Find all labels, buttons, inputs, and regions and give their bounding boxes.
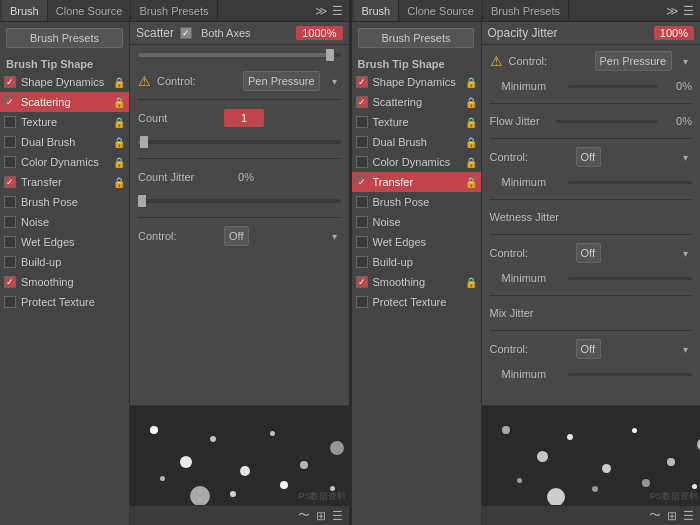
opacity-control-dropdown[interactable]: Pen Pressure bbox=[595, 51, 672, 71]
list-item-smoothing-left[interactable]: ✓ Smoothing bbox=[0, 272, 129, 292]
checkbox-wet-edges-left[interactable] bbox=[4, 236, 16, 248]
brush-stroke-icon-right[interactable]: 〜 bbox=[649, 507, 661, 524]
preview-dot bbox=[180, 456, 192, 468]
control-dropdown-left[interactable]: Pen Pressure bbox=[243, 71, 320, 91]
flow-jitter-label: Flow Jitter bbox=[490, 115, 550, 127]
checkbox-texture-left[interactable] bbox=[4, 116, 16, 128]
grid-icon-right[interactable]: ⊞ bbox=[667, 509, 677, 523]
list-item-scattering-right[interactable]: ✓ Scattering 🔒 bbox=[352, 92, 481, 112]
list-item-brush-pose-right[interactable]: Brush Pose bbox=[352, 192, 481, 212]
checkbox-color-dynamics-left[interactable] bbox=[4, 156, 16, 168]
checkbox-protect-texture-left[interactable] bbox=[4, 296, 16, 308]
checkbox-brush-pose-left[interactable] bbox=[4, 196, 16, 208]
checkbox-dual-brush-right[interactable] bbox=[356, 136, 368, 148]
checkbox-buildup-left[interactable] bbox=[4, 256, 16, 268]
tab-clone-source-left[interactable]: Clone Source bbox=[48, 0, 132, 21]
preview-dot bbox=[280, 481, 288, 489]
tab-brush-left[interactable]: Brush bbox=[2, 0, 48, 21]
checkbox-scattering-left[interactable]: ✓ bbox=[4, 96, 16, 108]
list-item-protect-texture-left[interactable]: Protect Texture bbox=[0, 292, 129, 312]
wetness-control-dropdown[interactable]: Off bbox=[576, 243, 601, 263]
scatter-slider[interactable] bbox=[138, 53, 341, 57]
minimum-slider-3[interactable] bbox=[568, 277, 693, 280]
checkbox-scattering-right[interactable]: ✓ bbox=[356, 96, 368, 108]
count-jitter-value: 0% bbox=[224, 171, 254, 183]
list-item-shape-dynamics-right[interactable]: ✓ Shape Dynamics 🔒 bbox=[352, 72, 481, 92]
both-axes-label: Both Axes bbox=[201, 27, 251, 39]
checkbox-shape-dynamics-left[interactable]: ✓ bbox=[4, 76, 16, 88]
list-item-brush-pose-left[interactable]: Brush Pose bbox=[0, 192, 129, 212]
checkbox-buildup-right[interactable] bbox=[356, 256, 368, 268]
list-item-wet-edges-left[interactable]: Wet Edges bbox=[0, 232, 129, 252]
list-item-smoothing-right[interactable]: ✓ Smoothing 🔒 bbox=[352, 272, 481, 292]
checkbox-texture-right[interactable] bbox=[356, 116, 368, 128]
panel-menu-icon-left[interactable]: ≫ bbox=[315, 4, 328, 18]
minimum-slider-2[interactable] bbox=[568, 181, 693, 184]
count-slider[interactable] bbox=[138, 140, 341, 144]
list-item-wet-edges-right[interactable]: Wet Edges bbox=[352, 232, 481, 252]
left-tab-bar: Brush Clone Source Brush Presets ≫ ☰ bbox=[0, 0, 349, 22]
panel-close-icon-right[interactable]: ☰ bbox=[683, 4, 694, 18]
checkbox-transfer-left[interactable]: ✓ bbox=[4, 176, 16, 188]
preview-dot bbox=[537, 451, 548, 462]
both-axes-checkbox[interactable]: ✓ bbox=[180, 27, 192, 39]
checkbox-dual-brush-left[interactable] bbox=[4, 136, 16, 148]
menu-icon[interactable]: ☰ bbox=[332, 509, 343, 523]
panel-menu-icon-right[interactable]: ≫ bbox=[666, 4, 679, 18]
panel-close-icon-left[interactable]: ☰ bbox=[332, 4, 343, 18]
minimum-slider-1[interactable] bbox=[568, 85, 659, 88]
count-slider-thumb[interactable] bbox=[140, 136, 148, 148]
control-label-left: Control: bbox=[157, 75, 237, 87]
list-item-buildup-left[interactable]: Build-up bbox=[0, 252, 129, 272]
list-item-dual-brush-right[interactable]: Dual Brush 🔒 bbox=[352, 132, 481, 152]
list-item-color-dynamics-right[interactable]: Color Dynamics 🔒 bbox=[352, 152, 481, 172]
brush-presets-button-left[interactable]: Brush Presets bbox=[6, 28, 122, 48]
flow-jitter-slider[interactable] bbox=[556, 120, 659, 123]
checkbox-transfer-right[interactable]: ✓ bbox=[356, 176, 368, 188]
control2-dropdown[interactable]: Off bbox=[224, 226, 249, 246]
checkbox-wet-edges-right[interactable] bbox=[356, 236, 368, 248]
list-item-texture-left[interactable]: Texture 🔒 bbox=[0, 112, 129, 132]
list-item-scattering-left[interactable]: ✓ Scattering 🔒 bbox=[0, 92, 129, 112]
grid-icon[interactable]: ⊞ bbox=[316, 509, 326, 523]
count-input[interactable] bbox=[224, 109, 264, 127]
checkbox-smoothing-right[interactable]: ✓ bbox=[356, 276, 368, 288]
opacity-jitter-value-badge: 100% bbox=[654, 26, 694, 40]
count-jitter-slider[interactable] bbox=[138, 199, 341, 203]
minimum-slider-4[interactable] bbox=[568, 373, 693, 376]
list-item-shape-dynamics-left[interactable]: ✓ Shape Dynamics 🔒 bbox=[0, 72, 129, 92]
checkbox-brush-pose-right[interactable] bbox=[356, 196, 368, 208]
checkbox-color-dynamics-right[interactable] bbox=[356, 156, 368, 168]
scatter-content: Scatter ✓ Both Axes 1000% bbox=[130, 22, 349, 525]
list-item-buildup-right[interactable]: Build-up bbox=[352, 252, 481, 272]
tab-brush-presets-left[interactable]: Brush Presets bbox=[131, 0, 217, 21]
list-item-color-dynamics-left[interactable]: Color Dynamics 🔒 bbox=[0, 152, 129, 172]
list-item-noise-left[interactable]: Noise bbox=[0, 212, 129, 232]
checkbox-shape-dynamics-right[interactable]: ✓ bbox=[356, 76, 368, 88]
tab-brush-right[interactable]: Brush bbox=[354, 0, 400, 21]
list-item-transfer-right[interactable]: ✓ Transfer 🔒 bbox=[352, 172, 481, 192]
brush-presets-button-right[interactable]: Brush Presets bbox=[358, 28, 474, 48]
checkbox-noise-right[interactable] bbox=[356, 216, 368, 228]
checkbox-noise-left[interactable] bbox=[4, 216, 16, 228]
tab-brush-presets-right[interactable]: Brush Presets bbox=[483, 0, 569, 21]
preview-dot bbox=[240, 466, 250, 476]
list-item-noise-right[interactable]: Noise bbox=[352, 212, 481, 232]
brush-stroke-icon[interactable]: 〜 bbox=[298, 507, 310, 524]
checkbox-smoothing-left[interactable]: ✓ bbox=[4, 276, 16, 288]
list-item-texture-right[interactable]: Texture 🔒 bbox=[352, 112, 481, 132]
control2-label: Control: bbox=[138, 230, 218, 242]
brush-preview-right: PS数据资料 bbox=[482, 405, 701, 505]
brush-tip-shape-title-left: Brush Tip Shape bbox=[0, 54, 129, 72]
list-item-dual-brush-left[interactable]: Dual Brush 🔒 bbox=[0, 132, 129, 152]
flow-control-row: Control: Off bbox=[490, 147, 693, 167]
mix-control-dropdown[interactable]: Off bbox=[576, 339, 601, 359]
tab-clone-source-right[interactable]: Clone Source bbox=[399, 0, 483, 21]
menu-icon-right[interactable]: ☰ bbox=[683, 509, 694, 523]
scatter-slider-thumb[interactable] bbox=[326, 49, 334, 61]
list-item-transfer-left[interactable]: ✓ Transfer 🔒 bbox=[0, 172, 129, 192]
checkbox-protect-texture-right[interactable] bbox=[356, 296, 368, 308]
count-jitter-slider-thumb[interactable] bbox=[138, 195, 146, 207]
list-item-protect-texture-right[interactable]: Protect Texture bbox=[352, 292, 481, 312]
flow-control-dropdown[interactable]: Off bbox=[576, 147, 601, 167]
